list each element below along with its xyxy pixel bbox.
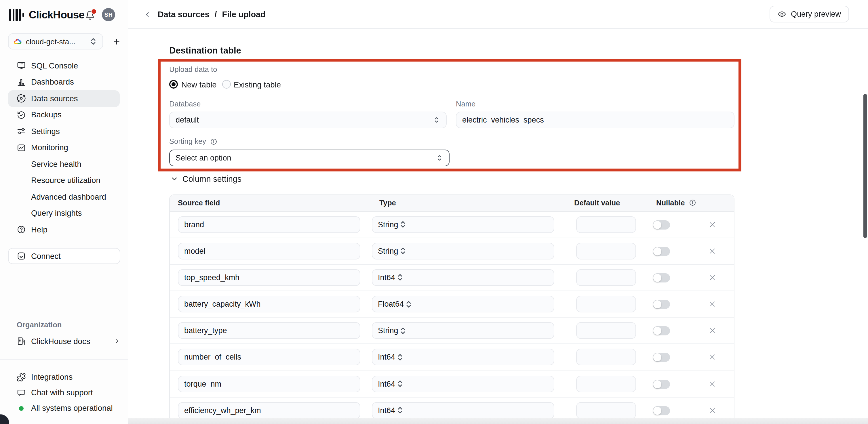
nav-item-icon [17,160,26,169]
type-select[interactable]: Int64 [372,269,554,286]
sorting-key-select[interactable]: Select an option [169,149,450,166]
database-label: Database [169,100,201,108]
source-field-input[interactable]: battery_capacity_kWh [178,296,360,313]
connect-label: Connect [31,252,61,260]
chevrons-up-down-icon [404,299,413,308]
nav-item-icon [17,225,26,234]
default-value-input[interactable] [576,349,636,366]
default-value-input[interactable] [576,269,636,286]
service-selector[interactable]: cloud-get-sta... [8,33,103,50]
remove-row-icon[interactable] [708,274,716,281]
source-field-input[interactable]: top_speed_kmh [178,269,360,286]
notifications-bell-icon[interactable] [84,9,97,21]
chevrons-up-down-icon [433,116,440,123]
remove-row-icon[interactable] [708,300,716,308]
nullable-toggle[interactable] [652,247,670,256]
type-select[interactable]: Float64 [372,296,554,313]
nav-item-icon [17,192,26,202]
sidebar-nav-item[interactable]: Monitoring [8,139,120,156]
nullable-toggle[interactable] [652,406,670,415]
chevrons-up-down-icon [398,220,407,229]
column-settings-toggle[interactable]: Column settings [171,174,242,184]
sidebar-nav-item[interactable]: Advanced dashboard [8,189,120,205]
default-value-input[interactable] [576,322,636,339]
remove-row-icon[interactable] [708,354,716,361]
source-field-input[interactable]: model [178,242,360,259]
radio-new-table[interactable] [169,80,178,89]
remove-row-icon[interactable] [708,221,716,228]
nullable-toggle[interactable] [652,273,670,283]
sidebar-nav-item[interactable]: Settings [8,123,120,139]
sidebar-footer-item[interactable]: Chat with support [8,385,120,400]
remove-row-icon[interactable] [708,407,716,414]
radio-existing-table[interactable] [222,80,231,89]
nullable-toggle[interactable] [652,220,670,229]
nav-item-label: Monitoring [31,143,68,152]
remove-row-icon[interactable] [708,380,716,388]
add-service-button[interactable] [111,36,122,47]
table-row: number_of_cells Int64 [169,344,734,371]
default-value-input[interactable] [576,216,636,233]
brand-row: ClickHouse SH [9,7,122,23]
nullable-toggle[interactable] [652,326,670,336]
type-select[interactable]: Int64 [372,349,554,366]
type-select[interactable]: Int64 [372,402,554,419]
organization-label: Organization [17,321,62,329]
sidebar-nav-item[interactable]: Data sources [8,90,120,107]
sidebar-nav-item[interactable]: Service health [8,156,120,172]
footer-item-label: Integrations [31,373,72,382]
default-value-input[interactable] [576,402,636,419]
type-value: String [378,326,398,335]
radio-existing-table-label: Existing table [234,80,281,89]
database-select[interactable]: default [169,111,447,128]
sidebar-nav-item[interactable]: Backups [8,107,120,123]
type-select[interactable]: String [372,322,554,339]
sidebar-nav-item[interactable]: Dashboards [8,74,120,90]
main-content: Destination table Upload data to New tab… [128,29,868,424]
building-icon [17,336,26,346]
sidebar-footer-item[interactable]: Integrations [8,369,120,385]
sidebar-nav-item[interactable]: Query insights [8,205,120,222]
nav-item-icon [17,127,26,136]
nullable-toggle[interactable] [652,300,670,309]
table-row: torque_nm Int64 [169,371,734,397]
default-value-input[interactable] [576,376,636,392]
avatar[interactable]: SH [102,8,115,21]
radio-new-table-label: New table [181,80,217,89]
source-field-input[interactable]: torque_nm [178,376,360,392]
remove-row-icon[interactable] [708,247,716,255]
source-field-value: battery_capacity_kWh [184,300,261,308]
source-field-input[interactable]: efficiency_wh_per_km [178,402,360,419]
source-field-input[interactable]: brand [178,216,360,233]
connect-button[interactable]: Connect [8,248,120,264]
sidebar-item-clickhouse-docs[interactable]: ClickHouse docs [8,333,120,349]
back-chevron-icon[interactable] [144,11,151,18]
nullable-toggle[interactable] [652,380,670,389]
source-field-input[interactable]: battery_type [178,322,360,339]
sidebar-nav-item[interactable]: Resource utilization [8,172,120,189]
source-field-value: battery_type [184,326,227,335]
table-name-input[interactable]: electric_vehicles_specs [456,111,735,128]
table-row: battery_capacity_kWh Float64 [169,291,734,318]
nav-item-icon [17,176,26,185]
default-value-input[interactable] [576,242,636,259]
default-value-input[interactable] [576,296,636,313]
sidebar-nav-item[interactable]: SQL Console [8,58,120,74]
nullable-toggle[interactable] [652,353,670,362]
nav-item-label: Help [31,226,48,234]
type-select[interactable]: String [372,242,554,259]
header-default-value: Default value [574,195,620,211]
connect-icon [17,252,26,261]
sidebar-nav-item[interactable]: Help [8,222,120,238]
breadcrumb-item-data-sources[interactable]: Data sources [158,10,210,19]
toggle-knob [653,327,661,335]
query-preview-button[interactable]: Query preview [770,6,849,23]
sidebar-footer-item[interactable]: All systems operational [8,400,120,416]
remove-row-icon[interactable] [708,327,716,334]
nav-item-label: SQL Console [31,62,78,70]
type-select[interactable]: Int64 [372,376,554,392]
source-field-input[interactable]: number_of_cells [178,349,360,366]
vertical-scrollbar[interactable] [863,94,867,238]
sidebar-divider [0,359,128,360]
type-select[interactable]: String [372,216,554,233]
